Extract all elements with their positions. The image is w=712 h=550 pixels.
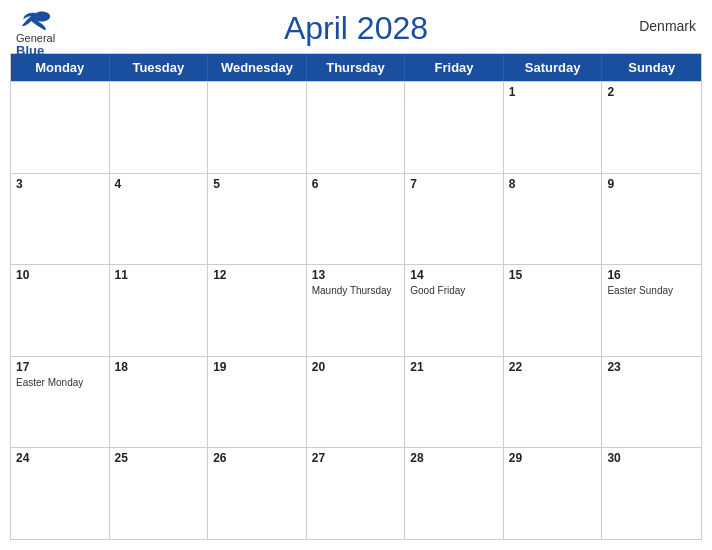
day-number: 4 — [115, 177, 203, 191]
day-cell: 3 — [11, 174, 110, 265]
day-cell: 18 — [110, 357, 209, 448]
day-number: 27 — [312, 451, 400, 465]
day-number: 21 — [410, 360, 498, 374]
day-cell: 8 — [504, 174, 603, 265]
day-cell: 7 — [405, 174, 504, 265]
day-cell: 4 — [110, 174, 209, 265]
day-number: 24 — [16, 451, 104, 465]
day-cell: 9 — [602, 174, 701, 265]
calendar-body: 12345678910111213Maundy Thursday14Good F… — [11, 81, 701, 539]
day-number: 8 — [509, 177, 597, 191]
day-cell: 30 — [602, 448, 701, 539]
week-row-2: 3456789 — [11, 173, 701, 265]
logo-bird-icon — [20, 10, 52, 32]
day-cell: 11 — [110, 265, 209, 356]
day-number: 5 — [213, 177, 301, 191]
day-cell: 28 — [405, 448, 504, 539]
header-tuesday: Tuesday — [110, 54, 209, 81]
day-cell: 22 — [504, 357, 603, 448]
day-cell: 13Maundy Thursday — [307, 265, 406, 356]
day-cell: 29 — [504, 448, 603, 539]
header-friday: Friday — [405, 54, 504, 81]
day-cell: 10 — [11, 265, 110, 356]
calendar-page: General Blue April 2028 Denmark Monday T… — [0, 0, 712, 550]
day-cell: 2 — [602, 82, 701, 173]
week-row-1: 12 — [11, 81, 701, 173]
day-cell: 12 — [208, 265, 307, 356]
day-cell: 16Easter Sunday — [602, 265, 701, 356]
day-cell: 24 — [11, 448, 110, 539]
calendar-grid: Monday Tuesday Wednesday Thursday Friday… — [10, 53, 702, 540]
holiday-label: Easter Monday — [16, 376, 104, 389]
day-number: 11 — [115, 268, 203, 282]
day-number: 10 — [16, 268, 104, 282]
holiday-label: Good Friday — [410, 284, 498, 297]
country-label: Denmark — [639, 18, 696, 34]
logo-blue: Blue — [16, 44, 44, 58]
day-number: 18 — [115, 360, 203, 374]
day-cell — [208, 82, 307, 173]
day-cell: 26 — [208, 448, 307, 539]
day-number: 23 — [607, 360, 696, 374]
day-number: 15 — [509, 268, 597, 282]
day-cell: 27 — [307, 448, 406, 539]
day-cell — [110, 82, 209, 173]
day-cell — [405, 82, 504, 173]
day-number: 17 — [16, 360, 104, 374]
week-row-5: 24252627282930 — [11, 447, 701, 539]
page-title: April 2028 — [284, 10, 428, 47]
day-number: 13 — [312, 268, 400, 282]
day-number: 1 — [509, 85, 597, 99]
header-wednesday: Wednesday — [208, 54, 307, 81]
day-cell: 21 — [405, 357, 504, 448]
day-cell: 6 — [307, 174, 406, 265]
day-number: 2 — [607, 85, 696, 99]
day-cell: 14Good Friday — [405, 265, 504, 356]
day-cell — [307, 82, 406, 173]
day-number: 25 — [115, 451, 203, 465]
day-number: 7 — [410, 177, 498, 191]
header-thursday: Thursday — [307, 54, 406, 81]
day-cell: 17Easter Monday — [11, 357, 110, 448]
day-number: 22 — [509, 360, 597, 374]
day-number: 9 — [607, 177, 696, 191]
day-cell — [11, 82, 110, 173]
header-sunday: Sunday — [602, 54, 701, 81]
week-row-3: 10111213Maundy Thursday14Good Friday1516… — [11, 264, 701, 356]
day-cell: 20 — [307, 357, 406, 448]
day-number: 19 — [213, 360, 301, 374]
holiday-label: Maundy Thursday — [312, 284, 400, 297]
day-number: 6 — [312, 177, 400, 191]
day-number: 30 — [607, 451, 696, 465]
day-number: 3 — [16, 177, 104, 191]
day-number: 14 — [410, 268, 498, 282]
day-number: 29 — [509, 451, 597, 465]
page-header: General Blue April 2028 Denmark — [0, 0, 712, 53]
day-cell: 25 — [110, 448, 209, 539]
day-number: 28 — [410, 451, 498, 465]
week-row-4: 17Easter Monday181920212223 — [11, 356, 701, 448]
day-cell: 19 — [208, 357, 307, 448]
day-number: 16 — [607, 268, 696, 282]
day-number: 20 — [312, 360, 400, 374]
logo: General Blue — [16, 10, 55, 58]
day-cell: 1 — [504, 82, 603, 173]
header-saturday: Saturday — [504, 54, 603, 81]
weekday-header-row: Monday Tuesday Wednesday Thursday Friday… — [11, 54, 701, 81]
day-number: 12 — [213, 268, 301, 282]
day-cell: 15 — [504, 265, 603, 356]
day-number: 26 — [213, 451, 301, 465]
day-cell: 23 — [602, 357, 701, 448]
holiday-label: Easter Sunday — [607, 284, 696, 297]
day-cell: 5 — [208, 174, 307, 265]
